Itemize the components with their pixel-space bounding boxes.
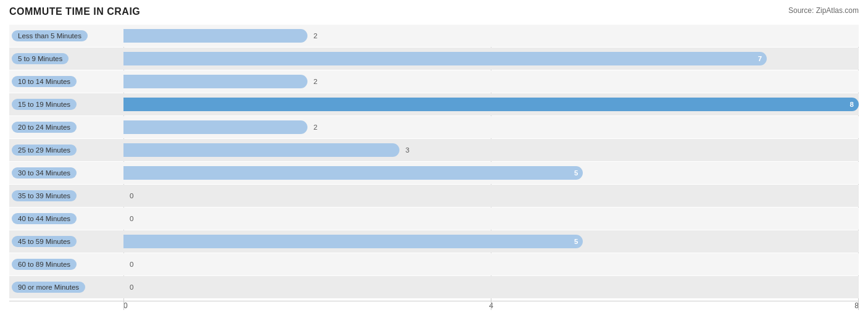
label-pill: 15 to 19 Minutes — [12, 99, 77, 110]
label-pill: 30 to 34 Minutes — [12, 167, 77, 178]
label-pill: 45 to 59 Minutes — [12, 236, 77, 247]
bar-row: 40 to 44 Minutes0 — [9, 208, 859, 230]
bar-label: 90 or more Minutes — [9, 276, 123, 298]
bar-row: 10 to 14 Minutes2 — [9, 70, 859, 93]
x-axis-label: 4 — [489, 301, 493, 310]
bar-container: 2 — [123, 25, 859, 47]
bar-row: 60 to 89 Minutes0 — [9, 253, 859, 275]
bar-value-label: 5 — [574, 169, 578, 177]
bar-value-label: 2 — [314, 124, 317, 131]
bar-fill: 8 — [123, 98, 859, 111]
label-pill: Less than 5 Minutes — [12, 30, 88, 41]
bar-value-label: 0 — [130, 215, 133, 222]
bar-label: 25 to 29 Minutes — [9, 139, 123, 161]
bar-value-label: 0 — [130, 192, 133, 199]
bar-fill — [123, 120, 307, 134]
label-pill: 25 to 29 Minutes — [12, 145, 77, 156]
bar-value-label: 5 — [574, 238, 578, 245]
bar-value-label: 0 — [130, 283, 133, 291]
label-pill: 20 to 24 Minutes — [12, 122, 77, 133]
label-pill: 10 to 14 Minutes — [12, 76, 77, 87]
bars-container: Less than 5 Minutes25 to 9 Minutes710 to… — [9, 25, 859, 298]
bar-container: 2 — [123, 116, 859, 138]
bar-container: 5 — [123, 230, 859, 253]
bar-container: 0 — [123, 276, 859, 298]
bar-row: 30 to 34 Minutes5 — [9, 162, 859, 184]
bar-container: 7 — [123, 48, 859, 70]
bar-row: 35 to 39 Minutes0 — [9, 185, 859, 207]
bar-value-label: 0 — [130, 261, 133, 268]
bar-fill — [123, 75, 307, 88]
label-pill: 35 to 39 Minutes — [12, 190, 77, 201]
bar-value-label: 3 — [406, 146, 409, 154]
bar-label: 10 to 14 Minutes — [9, 70, 123, 93]
bar-container: 3 — [123, 139, 859, 161]
bar-container: 0 — [123, 253, 859, 275]
label-pill: 60 to 89 Minutes — [12, 259, 77, 270]
label-pill: 90 or more Minutes — [12, 282, 85, 293]
bar-label: 40 to 44 Minutes — [9, 208, 123, 230]
bar-label: 60 to 89 Minutes — [9, 253, 123, 275]
bar-fill — [123, 29, 307, 43]
bar-fill: 7 — [123, 52, 767, 65]
bar-fill: 5 — [123, 235, 583, 248]
x-axis-label: 0 — [123, 301, 128, 310]
bar-row: 45 to 59 Minutes5 — [9, 230, 859, 253]
x-axis-label: 8 — [854, 301, 859, 310]
label-pill: 5 to 9 Minutes — [12, 53, 69, 64]
bar-container: 0 — [123, 208, 859, 230]
bar-value-label: 2 — [314, 78, 317, 85]
bar-label: 35 to 39 Minutes — [9, 185, 123, 207]
chart-source: Source: ZipAtlas.com — [788, 6, 859, 15]
bar-container: 0 — [123, 185, 859, 207]
bar-row: 15 to 19 Minutes8 — [9, 93, 859, 115]
bar-row: Less than 5 Minutes2 — [9, 25, 859, 47]
bar-label: 30 to 34 Minutes — [9, 162, 123, 184]
bar-label: 15 to 19 Minutes — [9, 93, 123, 115]
bar-row: 25 to 29 Minutes3 — [9, 139, 859, 161]
chart-area: Less than 5 Minutes25 to 9 Minutes710 to… — [9, 25, 859, 310]
label-pill: 40 to 44 Minutes — [12, 213, 77, 224]
bar-fill: 5 — [123, 166, 583, 180]
bar-value-label: 2 — [314, 32, 317, 40]
bar-row: 20 to 24 Minutes2 — [9, 116, 859, 138]
bar-fill — [123, 143, 399, 157]
bar-label: 5 to 9 Minutes — [9, 48, 123, 70]
chart-title: COMMUTE TIME IN CRAIG — [9, 6, 140, 17]
bar-container: 5 — [123, 162, 859, 184]
chart-header: COMMUTE TIME IN CRAIG Source: ZipAtlas.c… — [9, 6, 859, 17]
bar-container: 8 — [123, 93, 859, 115]
bar-label: 20 to 24 Minutes — [9, 116, 123, 138]
bar-value-label: 7 — [758, 55, 762, 62]
bar-row: 90 or more Minutes0 — [9, 276, 859, 298]
bar-value-label: 8 — [850, 101, 854, 108]
bar-row: 5 to 9 Minutes7 — [9, 48, 859, 70]
x-axis: 048 — [9, 301, 859, 310]
bar-label: Less than 5 Minutes — [9, 25, 123, 47]
bar-container: 2 — [123, 70, 859, 93]
bar-label: 45 to 59 Minutes — [9, 230, 123, 253]
